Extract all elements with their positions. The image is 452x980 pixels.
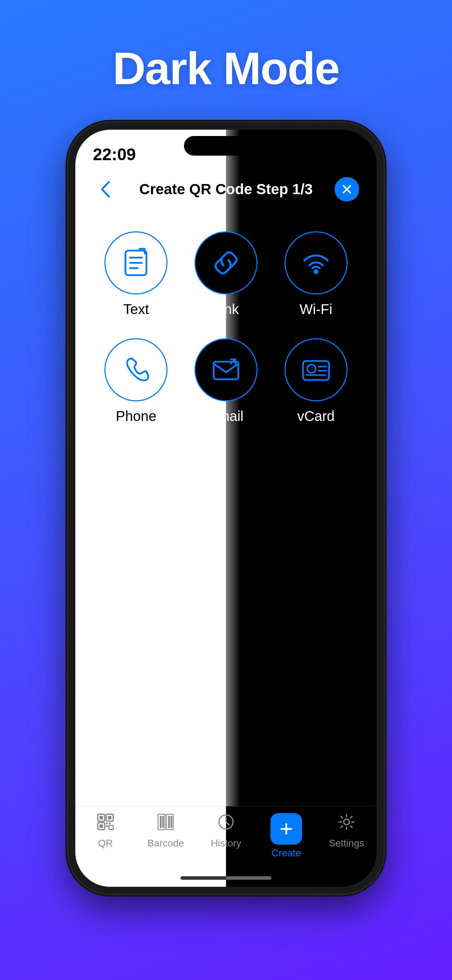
svg-rect-14 <box>109 826 113 830</box>
status-icons <box>293 151 359 164</box>
tab-create[interactable]: Create <box>258 813 314 859</box>
dynamic-island <box>184 136 268 156</box>
qr-type-phone[interactable]: Phone <box>96 338 176 424</box>
svg-rect-6 <box>100 816 103 819</box>
qr-type-link[interactable]: Link <box>186 231 266 317</box>
create-tab-icon[interactable] <box>271 813 302 845</box>
link-icon-circle <box>194 231 258 294</box>
svg-rect-19 <box>168 816 170 828</box>
svg-rect-13 <box>106 826 108 827</box>
wifi-status-icon <box>319 151 333 164</box>
qr-type-vcard[interactable]: vCard <box>276 338 356 424</box>
link-label: Link <box>213 301 239 317</box>
settings-tab-label: Settings <box>329 838 364 849</box>
tab-barcode[interactable]: Barcode <box>138 813 194 849</box>
history-tab-label: History <box>210 838 241 849</box>
back-button[interactable] <box>93 177 118 202</box>
signal-icon <box>293 156 313 159</box>
home-indicator <box>75 869 377 887</box>
close-button[interactable] <box>334 177 359 202</box>
qr-tab-label: QR <box>98 838 113 849</box>
battery-icon <box>339 153 359 162</box>
qr-tab-icon <box>97 813 114 835</box>
svg-point-22 <box>344 819 349 825</box>
svg-point-1 <box>314 269 318 274</box>
barcode-tab-label: Barcode <box>148 838 184 849</box>
phone-shell: 22:09 <box>68 123 384 894</box>
qr-type-text[interactable]: Text <box>96 231 176 317</box>
qr-types-grid: Text Link <box>75 210 377 445</box>
status-bar: 22:09 <box>75 130 377 168</box>
wifi-label: Wi-Fi <box>299 301 332 317</box>
email-label: Email <box>208 408 244 424</box>
vcard-icon-circle <box>285 338 348 401</box>
svg-rect-2 <box>214 362 238 379</box>
qr-type-wifi[interactable]: Wi-Fi <box>276 231 356 317</box>
screen-content: 22:09 <box>75 130 377 887</box>
tab-settings[interactable]: Settings <box>318 813 374 849</box>
tab-history[interactable]: History <box>198 813 254 849</box>
svg-rect-11 <box>106 822 108 824</box>
wifi-icon-circle <box>285 231 348 294</box>
email-icon-circle <box>194 338 258 401</box>
barcode-tab-icon <box>157 813 175 835</box>
page-title: Dark Mode <box>113 42 339 95</box>
qr-type-email[interactable]: Email <box>186 338 266 424</box>
vcard-label: vCard <box>297 408 334 424</box>
svg-point-4 <box>307 364 316 373</box>
phone-icon-circle <box>104 338 167 401</box>
svg-rect-12 <box>109 822 111 824</box>
tab-qr[interactable]: QR <box>78 813 134 849</box>
text-label: Text <box>123 301 149 317</box>
text-icon-circle <box>104 231 167 294</box>
settings-tab-icon <box>338 813 355 835</box>
svg-rect-20 <box>170 816 172 828</box>
svg-rect-8 <box>108 816 111 819</box>
history-tab-icon <box>217 813 235 835</box>
nav-bar: Create QR Code Step 1/3 Create QR Code S… <box>75 168 377 210</box>
phone-label: Phone <box>116 408 156 424</box>
phone-screen: 22:09 <box>75 130 377 887</box>
create-tab-label: Create <box>272 848 301 859</box>
svg-rect-17 <box>162 816 164 828</box>
svg-rect-10 <box>100 824 103 828</box>
svg-rect-16 <box>160 816 162 828</box>
